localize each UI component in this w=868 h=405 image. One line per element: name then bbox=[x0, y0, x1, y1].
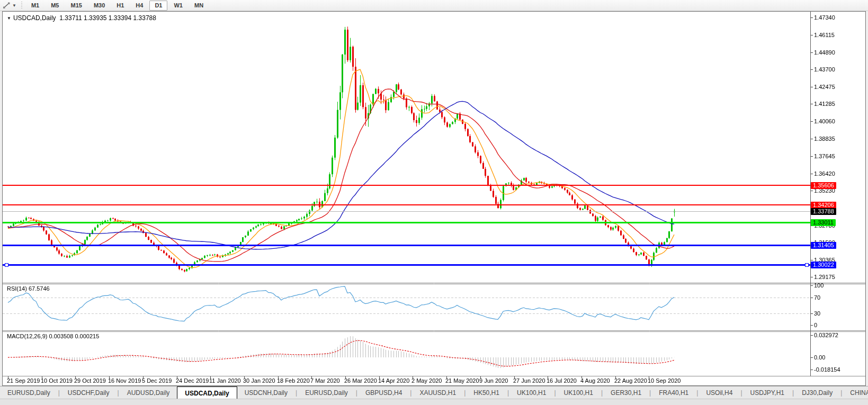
tab-dj30-daily[interactable]: DJ30,Daily bbox=[794, 386, 840, 399]
timeframe-button-group: M1M5M15M30H1H4D1W1MN bbox=[25, 1, 209, 11]
tab-usdchf-daily[interactable]: USDCHF,Daily bbox=[60, 386, 117, 399]
tab-eurusd-daily[interactable]: EURUSD,Daily bbox=[298, 386, 355, 399]
status-strip bbox=[0, 399, 868, 405]
chart-window: ▼USDCAD,Daily 1.33711 1.33935 1.33394 1.… bbox=[2, 11, 866, 386]
timeframe-button-MN[interactable]: MN bbox=[189, 1, 209, 11]
timeframe-button-H1[interactable]: H1 bbox=[111, 1, 129, 11]
chart-tab-bar: EURUSD,Daily|USDCHF,Daily|AUDUSD,DailyUS… bbox=[0, 386, 868, 399]
top-toolbar: ▼ M1M5M15M30H1H4D1W1MN bbox=[0, 0, 868, 11]
tab-ger30-h1[interactable]: GER30,H1 bbox=[603, 386, 649, 399]
tab-gbpusd-h4[interactable]: GBPUSD,H4 bbox=[358, 386, 409, 399]
tab-eurusd-daily[interactable]: EURUSD,Daily bbox=[0, 386, 58, 399]
tab-fra40-h1[interactable]: FRA40,H1 bbox=[651, 386, 696, 399]
tab-audusd-daily[interactable]: AUDUSD,Daily bbox=[120, 386, 177, 399]
timeframe-button-M30[interactable]: M30 bbox=[88, 1, 110, 11]
timeframe-button-W1[interactable]: W1 bbox=[168, 1, 188, 11]
tab-usdcad-daily[interactable]: USDCAD,Daily bbox=[177, 386, 237, 399]
chevron-down-icon[interactable]: ▼ bbox=[12, 3, 16, 8]
timeframe-button-M1[interactable]: M1 bbox=[26, 1, 44, 11]
tab-uk100-h1[interactable]: UK100,H1 bbox=[509, 386, 553, 399]
tab-uk100-h1[interactable]: UK100,H1 bbox=[557, 386, 601, 399]
collapse-triangle-icon[interactable]: ▼ bbox=[7, 16, 11, 21]
chart-title-symbol: USDCAD,Daily bbox=[13, 14, 56, 22]
tab-usoil-h4[interactable]: USOil,H4 bbox=[699, 386, 740, 399]
macd-indicator-label: MACD(12,26,9) 0.003508 0.000215 bbox=[7, 333, 99, 339]
rsi-indicator-label: RSI(14) 67.5746 bbox=[7, 285, 50, 292]
tab-usdjpy-h1[interactable]: USDJPY,H1 bbox=[743, 386, 792, 399]
tab-usdcnh-daily[interactable]: USDCNH,Daily bbox=[237, 386, 295, 399]
chart-title: ▼USDCAD,Daily 1.33711 1.33935 1.33394 1.… bbox=[7, 14, 156, 22]
line-studies-icon bbox=[2, 2, 11, 10]
line-studies-tool[interactable]: ▼ bbox=[0, 0, 19, 11]
chart-title-ohlc: 1.33711 1.33935 1.33394 1.33788 bbox=[59, 14, 156, 22]
timeframe-button-M5[interactable]: M5 bbox=[46, 1, 64, 11]
toolbar-grip bbox=[20, 2, 24, 9]
timeframe-button-D1[interactable]: D1 bbox=[149, 1, 167, 11]
timeframe-button-H4[interactable]: H4 bbox=[130, 1, 148, 11]
timeframe-button-M15[interactable]: M15 bbox=[65, 1, 87, 11]
chart-canvas[interactable] bbox=[3, 12, 865, 385]
tab-china300-h1[interactable]: CHINA300,H1 bbox=[843, 386, 868, 399]
tab-hk50-h1[interactable]: HK50,H1 bbox=[466, 386, 507, 399]
tab-xauusd-h1[interactable]: XAUUSD,H1 bbox=[412, 386, 463, 399]
